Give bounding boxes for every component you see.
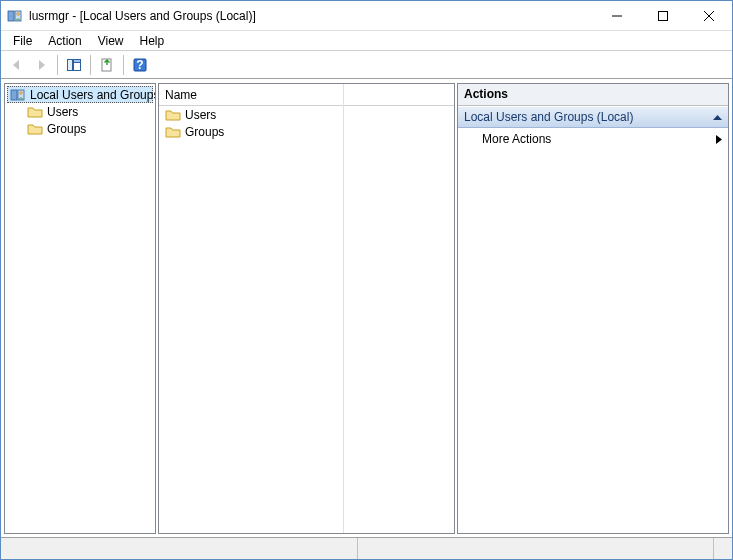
tree-pane: Local Users and Groups (Local) Users Gro… xyxy=(4,83,156,534)
close-button[interactable] xyxy=(686,1,732,30)
menu-view[interactable]: View xyxy=(90,32,132,50)
status-cell xyxy=(1,538,358,559)
svg-text:?: ? xyxy=(136,58,143,72)
window-buttons xyxy=(594,1,732,30)
tree-root[interactable]: Local Users and Groups (Local) xyxy=(7,86,153,103)
actions-pane: Actions Local Users and Groups (Local) M… xyxy=(457,83,729,534)
svg-rect-13 xyxy=(11,90,17,100)
list-column-name: Name Users Groups xyxy=(159,84,344,533)
tree-item-groups[interactable]: Groups xyxy=(25,120,153,137)
folder-icon xyxy=(165,107,181,123)
status-cell xyxy=(358,538,715,559)
users-groups-icon xyxy=(10,87,26,103)
window-title: lusrmgr - [Local Users and Groups (Local… xyxy=(29,9,594,23)
collapse-icon xyxy=(713,113,722,122)
toolbar-separator xyxy=(90,55,91,75)
menu-bar: File Action View Help xyxy=(1,31,732,51)
list-row-users[interactable]: Users xyxy=(159,106,343,123)
svg-rect-4 xyxy=(659,11,668,20)
tree-item-users[interactable]: Users xyxy=(25,103,153,120)
actions-header: Actions xyxy=(458,84,728,106)
tree-item-label: Groups xyxy=(47,122,86,136)
svg-rect-0 xyxy=(8,11,14,21)
list-row-groups[interactable]: Groups xyxy=(159,123,343,140)
list-column-blank xyxy=(344,84,454,533)
folder-icon xyxy=(165,124,181,140)
help-button[interactable]: ? xyxy=(128,53,152,77)
list-cell: Groups xyxy=(185,125,224,139)
submenu-arrow-icon xyxy=(716,135,722,144)
svg-point-2 xyxy=(17,12,20,15)
export-list-button[interactable] xyxy=(95,53,119,77)
forward-button[interactable] xyxy=(29,53,53,77)
minimize-button[interactable] xyxy=(594,1,640,30)
status-bar xyxy=(1,537,732,559)
column-header-name[interactable]: Name xyxy=(159,84,343,106)
tree-root-label: Local Users and Groups (Local) xyxy=(30,88,156,102)
list-pane: Name Users Groups xyxy=(158,83,455,534)
menu-file[interactable]: File xyxy=(5,32,40,50)
toolbar: ? xyxy=(1,51,732,79)
actions-section[interactable]: Local Users and Groups (Local) xyxy=(458,106,728,128)
folder-icon xyxy=(27,104,43,120)
title-bar: lusrmgr - [Local Users and Groups (Local… xyxy=(1,1,732,31)
tree-item-label: Users xyxy=(47,105,78,119)
svg-rect-7 xyxy=(68,59,73,70)
folder-icon xyxy=(27,121,43,137)
window: lusrmgr - [Local Users and Groups (Local… xyxy=(0,0,733,560)
menu-help[interactable]: Help xyxy=(132,32,173,50)
back-button[interactable] xyxy=(5,53,29,77)
body: Local Users and Groups (Local) Users Gro… xyxy=(1,79,732,537)
action-more-actions[interactable]: More Actions xyxy=(458,128,728,150)
toolbar-separator xyxy=(57,55,58,75)
maximize-button[interactable] xyxy=(640,1,686,30)
svg-rect-9 xyxy=(74,59,81,62)
app-icon xyxy=(7,8,23,24)
svg-point-15 xyxy=(20,91,23,94)
toolbar-separator xyxy=(123,55,124,75)
menu-action[interactable]: Action xyxy=(40,32,89,50)
resize-grip[interactable] xyxy=(714,538,732,559)
list-cell: Users xyxy=(185,108,216,122)
show-hide-tree-button[interactable] xyxy=(62,53,86,77)
column-header-blank[interactable] xyxy=(344,84,454,106)
